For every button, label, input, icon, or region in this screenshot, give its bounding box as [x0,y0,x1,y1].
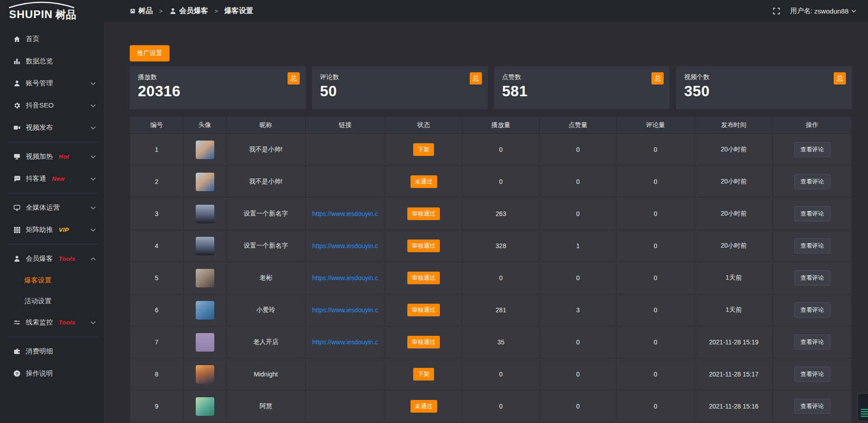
sidebar-item[interactable]: 线索监控 Tools [0,311,104,334]
cell-nickname: 阿慧 [226,390,306,422]
chart-icon [13,57,21,66]
heat-icon [13,153,21,161]
chevron-down-icon [90,104,96,108]
float-widget[interactable] [857,393,868,421]
table-header-cell: 昵称 [226,117,306,133]
cell-likes: 0 [540,262,617,294]
sidebar-divider [7,142,98,142]
chevron-down-icon [90,155,96,159]
cell-nickname: 设置一个新名字 [226,230,306,262]
grid-icon [13,226,21,234]
cell-plays: 328 [462,230,540,262]
table-row: 8 Midnight 下架 0 0 0 2021-11-28 15:17 [130,358,851,390]
cell-link [306,166,385,197]
sidebar-item-label: 视频发布 [26,123,53,132]
sidebar-item[interactable]: 数据总览 [0,50,104,72]
cell-comments: 0 [617,390,695,422]
table-header-row: 编号 头像 昵称 链接 状态 播放量 点赞量 评论量 发布时间 操作 [130,117,851,134]
sidebar-item[interactable]: 爆客设置 [0,270,104,291]
view-comments-button[interactable]: 查看评论 [794,238,830,254]
avatar [196,269,214,287]
view-comments-button[interactable]: 查看评论 [794,302,830,318]
cell-status: 审核通过 [385,294,462,326]
video-link[interactable]: https://www.iesdouyin.c [312,274,378,282]
cell-publish-time: 20小时前 [695,198,773,230]
breadcrumb-separator: > [215,8,218,14]
breadcrumb-label: 会员爆客 [179,6,208,16]
sidebar-item-badge: Hot [59,153,69,160]
table-row: 1 我不是小帅! 下架 0 0 0 20小时前 [130,134,851,166]
video-link[interactable]: https://www.iesdouyin.c [312,338,378,346]
sidebar-item[interactable]: 会员爆客 Tools [0,248,104,270]
cell-plays: 0 [462,390,540,422]
fullscreen-icon[interactable] [773,7,780,15]
table-header-cell: 点赞量 [540,117,617,133]
video-link[interactable]: https://www.iesdouyin.c [312,210,378,217]
cell-action: 查看评论 [773,262,851,294]
cell-comments: 0 [617,230,695,262]
chevron-down-icon [90,177,96,181]
view-comments-button[interactable]: 查看评论 [794,142,830,157]
total-badge: 总 [470,72,482,85]
sidebar-item[interactable]: 抖音SEO [0,94,104,117]
sidebar-item[interactable]: 活动设置 [0,291,104,311]
sidebar-item-label: 全媒体运营 [26,203,60,212]
table-header-cell: 状态 [385,117,462,133]
promotion-settings-button[interactable]: 推广设置 [130,45,170,61]
cell-comments: 0 [617,294,695,326]
cell-plays: 0 [462,166,540,197]
stat-card: 播放数 20316 总 [130,66,306,109]
sidebar-item[interactable]: 视频加热 Hot [0,146,104,168]
view-comments-button[interactable]: 查看评论 [794,367,830,382]
stat-card: 评论数 50 总 [312,66,488,109]
breadcrumb-item[interactable]: 会员爆客 > [169,6,225,16]
stat-card-value: 20316 [138,83,297,100]
sidebar-item[interactable]: ? 操作说明 [0,362,104,385]
breadcrumb-item[interactable]: 树品 > [130,6,169,16]
sidebar-item[interactable]: 矩阵助推 VIP [0,219,104,241]
cell-comments: 0 [617,326,695,358]
view-comments-button[interactable]: 查看评论 [794,206,830,221]
logo-arc [7,1,76,9]
chevron-down-icon [90,126,96,130]
cell-plays: 263 [462,198,540,230]
sidebar-item[interactable]: 首页 [0,28,104,50]
cell-action: 查看评论 [773,134,851,165]
avatar [196,301,214,320]
cell-nickname: 老彬 [226,262,306,294]
sidebar-item[interactable]: 视频发布 [0,117,104,139]
status-badge: 审核通过 [407,336,440,348]
table-row: 3 设置一个新名字 https://www.iesdouyin.c 审核通过 2… [130,198,851,230]
cell-plays: 0 [462,134,540,165]
breadcrumb-item[interactable]: 爆客设置 > [224,6,253,16]
sidebar-item-label: 首页 [26,35,39,43]
cell-publish-time: 1天前 [695,294,773,326]
video-link[interactable]: https://www.iesdouyin.c [312,242,378,249]
view-comments-button[interactable]: 查看评论 [794,399,830,414]
cell-action: 查看评论 [773,390,851,422]
table-header-cell: 播放量 [462,117,540,133]
sidebar-item[interactable]: 全媒体运营 [0,197,104,219]
view-comments-button[interactable]: 查看评论 [794,334,830,350]
stat-card-value: 350 [684,83,844,100]
view-comments-button[interactable]: 查看评论 [794,174,830,189]
video-link[interactable]: https://www.iesdouyin.c [312,306,378,314]
table-row: 2 我不是小帅! 未通过 0 0 0 20小时前 [130,166,851,198]
cell-plays: 35 [462,326,540,358]
table-header-cell: 评论量 [617,117,695,133]
sidebar-item[interactable]: 抖客通 New [0,168,104,190]
table-header-cell: 头像 [184,117,226,133]
sidebar-item[interactable]: 账号管理 [0,72,104,94]
cell-comments: 0 [617,166,695,197]
user-menu[interactable]: 用户名: zswodun88 [790,7,856,15]
cell-status: 审核通过 [385,326,462,358]
table-row: 4 设置一个新名字 https://www.iesdouyin.c 审核通过 3… [130,230,851,262]
question-icon: ? [13,370,21,378]
sidebar-item[interactable]: 消费明细 [0,340,104,362]
status-badge: 审核通过 [407,207,440,220]
cell-avatar [184,262,226,294]
cell-publish-time: 1天前 [695,262,773,294]
stat-card-label: 视频个数 [684,73,844,81]
view-comments-button[interactable]: 查看评论 [794,270,830,286]
cell-comments: 0 [617,358,695,390]
